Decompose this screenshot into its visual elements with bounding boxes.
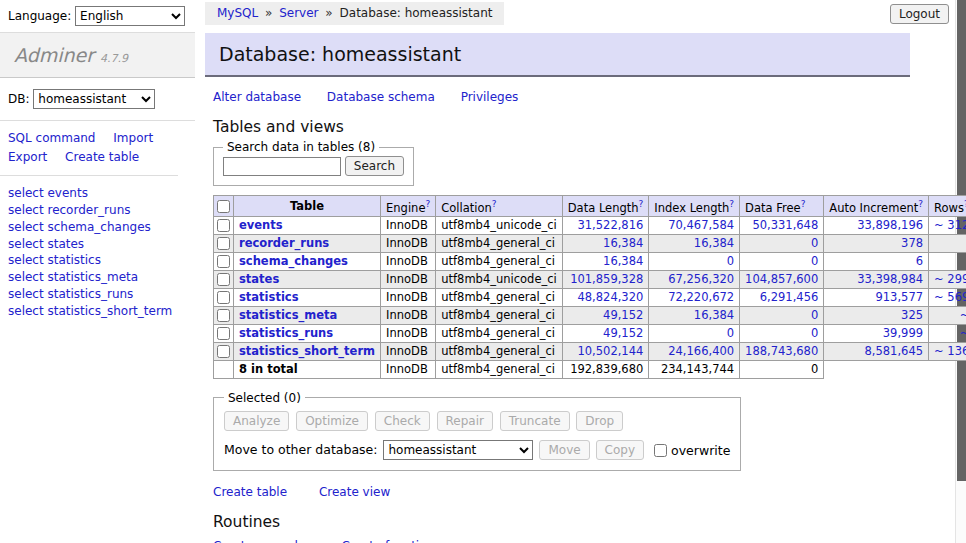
data-length-link[interactable]: 49,152 bbox=[603, 326, 643, 340]
table-link[interactable]: events bbox=[239, 218, 283, 232]
auto-increment-link[interactable]: 378 bbox=[901, 236, 923, 250]
sidebar-link-select-states[interactable]: select states bbox=[8, 236, 187, 253]
row-checkbox[interactable] bbox=[217, 273, 230, 286]
rows-link[interactable]: ~ 299,833 bbox=[934, 272, 966, 286]
index-length-link[interactable]: 67,256,320 bbox=[668, 272, 734, 286]
data-free-link[interactable]: 0 bbox=[811, 236, 818, 250]
row-checkbox[interactable] bbox=[217, 309, 230, 322]
breadcrumb-item[interactable]: Server bbox=[279, 6, 318, 20]
data-length-link[interactable]: 49,152 bbox=[603, 308, 643, 322]
auto-increment-link[interactable]: 39,999 bbox=[883, 326, 923, 340]
row-checkbox[interactable] bbox=[217, 327, 230, 340]
data-length-link[interactable]: 101,859,328 bbox=[570, 272, 643, 286]
rows-link[interactable]: ~ 628 bbox=[960, 326, 966, 340]
auto-increment-link[interactable]: 6 bbox=[916, 254, 923, 268]
index-length-link[interactable]: 16,384 bbox=[694, 308, 734, 322]
rows-link[interactable]: ~ 244 bbox=[960, 308, 966, 322]
select-all-checkbox[interactable] bbox=[217, 200, 230, 213]
overwrite-option[interactable]: overwrite bbox=[654, 442, 730, 457]
overwrite-checkbox[interactable] bbox=[654, 444, 667, 457]
row-checkbox[interactable] bbox=[217, 291, 230, 304]
help-link[interactable]: ? bbox=[492, 199, 497, 209]
search-fieldset: Search data in tables (8) Search bbox=[213, 140, 414, 186]
link-create-function[interactable]: Create function bbox=[341, 539, 434, 543]
index-length-link[interactable]: 0 bbox=[727, 326, 734, 340]
link-create-view[interactable]: Create view bbox=[319, 485, 390, 499]
check-button[interactable]: Check bbox=[375, 411, 430, 431]
rows-link[interactable]: ~ 312,180 bbox=[934, 218, 966, 232]
index-length-link[interactable]: 70,467,584 bbox=[668, 218, 734, 232]
copy-button[interactable]: Copy bbox=[596, 440, 644, 460]
data-length-link[interactable]: 31,522,816 bbox=[577, 218, 643, 232]
sidebar-link-select-statistics-meta[interactable]: select statistics_meta bbox=[8, 269, 187, 286]
nav-link-alter-database[interactable]: Alter database bbox=[213, 90, 301, 104]
data-length-link[interactable]: 16,384 bbox=[603, 254, 643, 268]
repair-button[interactable]: Repair bbox=[437, 411, 493, 431]
auto-increment-link[interactable]: 325 bbox=[901, 308, 923, 322]
table-link[interactable]: statistics_meta bbox=[239, 308, 337, 322]
row-checkbox[interactable] bbox=[217, 345, 230, 358]
index-length-link[interactable]: 16,384 bbox=[694, 236, 734, 250]
index-length-link[interactable]: 0 bbox=[727, 254, 734, 268]
drop-button[interactable]: Drop bbox=[576, 411, 623, 431]
analyze-button[interactable]: Analyze bbox=[224, 411, 289, 431]
data-free-link[interactable]: 0 bbox=[811, 326, 818, 340]
sidebar-action-export[interactable]: Export bbox=[8, 150, 47, 164]
search-button[interactable]: Search bbox=[345, 156, 404, 176]
sidebar-link-select-recorder-runs[interactable]: select recorder_runs bbox=[8, 202, 187, 219]
breadcrumb-item[interactable]: MySQL bbox=[217, 6, 258, 20]
data-free-link[interactable]: 50,331,648 bbox=[752, 218, 818, 232]
link-create-table[interactable]: Create table bbox=[213, 485, 287, 499]
index-length-link[interactable]: 24,166,400 bbox=[668, 344, 734, 358]
move-button[interactable]: Move bbox=[539, 440, 589, 460]
language-select[interactable]: English bbox=[75, 6, 185, 26]
row-checkbox[interactable] bbox=[217, 255, 230, 268]
data-length-link[interactable]: 10,502,144 bbox=[577, 344, 643, 358]
sidebar-link-select-statistics-short-term[interactable]: select statistics_short_term bbox=[8, 303, 187, 320]
auto-increment-link[interactable]: 913,577 bbox=[875, 290, 923, 304]
auto-increment-link[interactable]: 33,898,196 bbox=[857, 218, 923, 232]
table-link[interactable]: schema_changes bbox=[239, 254, 348, 268]
nav-link-privileges[interactable]: Privileges bbox=[461, 90, 519, 104]
sidebar-action-create-table[interactable]: Create table bbox=[65, 150, 139, 164]
table-link[interactable]: states bbox=[239, 272, 279, 286]
data-free-link[interactable]: 6,291,456 bbox=[760, 290, 819, 304]
auto-increment-link[interactable]: 33,398,984 bbox=[857, 272, 923, 286]
help-link[interactable]: ? bbox=[918, 199, 923, 209]
sidebar-action-sql-command[interactable]: SQL command bbox=[8, 131, 95, 145]
row-checkbox[interactable] bbox=[217, 219, 230, 232]
data-free-link[interactable]: 0 bbox=[811, 254, 818, 268]
rows-link[interactable]: ~ 136,108 bbox=[934, 344, 966, 358]
data-length-link[interactable]: 48,824,320 bbox=[577, 290, 643, 304]
rows-link[interactable]: ~ 569,159 bbox=[934, 290, 966, 304]
data-length-link[interactable]: 16,384 bbox=[603, 236, 643, 250]
sidebar-link-select-schema-changes[interactable]: select schema_changes bbox=[8, 219, 187, 236]
db-select[interactable]: homeassistant bbox=[33, 89, 155, 109]
row-checkbox[interactable] bbox=[217, 237, 230, 250]
truncate-button[interactable]: Truncate bbox=[500, 411, 570, 431]
auto-increment-link[interactable]: 8,581,645 bbox=[865, 344, 924, 358]
data-free-link[interactable]: 188,743,680 bbox=[745, 344, 818, 358]
link-create-procedure[interactable]: Create procedure bbox=[213, 539, 318, 543]
help-link[interactable]: ? bbox=[801, 199, 806, 209]
nav-link-database-schema[interactable]: Database schema bbox=[327, 90, 435, 104]
table-name-cell: states bbox=[234, 270, 381, 288]
table-link[interactable]: statistics_short_term bbox=[239, 344, 375, 358]
sidebar-link-select-statistics-runs[interactable]: select statistics_runs bbox=[8, 286, 187, 303]
move-database-select[interactable]: homeassistant bbox=[383, 440, 533, 460]
search-input[interactable] bbox=[223, 157, 341, 176]
help-link[interactable]: ? bbox=[425, 199, 430, 209]
sidebar-action-import[interactable]: Import bbox=[113, 131, 153, 145]
help-link[interactable]: ? bbox=[639, 199, 644, 209]
data-free-link[interactable]: 104,857,600 bbox=[745, 272, 818, 286]
data-free-link[interactable]: 0 bbox=[811, 308, 818, 322]
table-link[interactable]: recorder_runs bbox=[239, 236, 329, 250]
table-link[interactable]: statistics bbox=[239, 290, 299, 304]
auto-increment-cell: 378 bbox=[824, 234, 929, 252]
sidebar-link-select-events[interactable]: select events bbox=[8, 185, 187, 202]
table-link[interactable]: statistics_runs bbox=[239, 326, 333, 340]
optimize-button[interactable]: Optimize bbox=[296, 411, 368, 431]
sidebar-link-select-statistics[interactable]: select statistics bbox=[8, 252, 187, 269]
help-link[interactable]: ? bbox=[729, 199, 734, 209]
index-length-link[interactable]: 72,220,672 bbox=[668, 290, 734, 304]
